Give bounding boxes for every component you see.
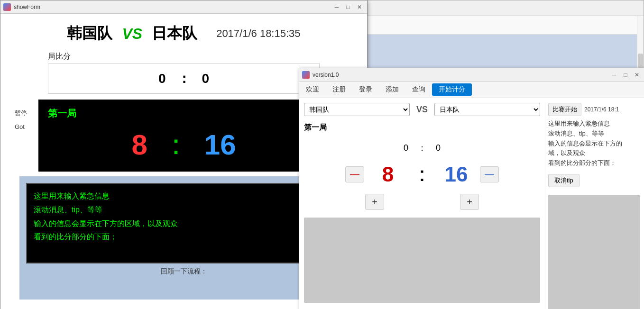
showform-close-btn[interactable]: ✕	[355, 2, 364, 12]
version-icon	[302, 71, 310, 79]
match-datetime: 2017/1/6 18:15:35	[216, 27, 300, 40]
menu-query[interactable]: 查询	[405, 83, 432, 96]
set-score-colon: ：	[418, 142, 426, 154]
right-info-line-2: 滚动消息、tip、等等	[548, 129, 640, 139]
info-line-3: 输入的信息会显示在下方的区域，以及观众	[34, 217, 334, 231]
bottom-text: 回顾一下流程：	[26, 267, 341, 276]
right-gray-area	[548, 195, 640, 309]
left-panel: 韩国队 VS 日本队 第一局 0 ： 0 — 8 ： 16 —	[304, 103, 540, 309]
showform-title-left: showForm	[3, 3, 40, 11]
cancel-tip-btn[interactable]: 取消tip	[548, 174, 580, 187]
showform-maximize-btn[interactable]: □	[343, 2, 353, 12]
score-value-left: 8	[374, 163, 402, 186]
menu-register[interactable]: 注册	[326, 83, 352, 96]
right-panel: 比赛开始 2017/1/6 18:1 这里用来输入紧急信息 滚动消息、tip、等…	[545, 103, 640, 309]
version-close-btn[interactable]: ✕	[632, 70, 642, 80]
team2-select[interactable]: 日本队	[434, 103, 540, 116]
info-box-inner: 这里用来输入紧急信息 滚动消息、tip、等等 输入的信息会显示在下方的区域，以及…	[26, 183, 341, 264]
right-info-line-4: 域，以及观众	[548, 148, 640, 158]
version-title-left: version1.0	[302, 71, 339, 79]
version-maximize-btn[interactable]: □	[621, 70, 630, 80]
team1-name: 韩国队	[67, 23, 112, 44]
match-start-btn[interactable]: 比赛开始	[548, 103, 581, 116]
team-select-row: 韩国队 VS 日本队	[304, 103, 540, 116]
right-info-line-1: 这里用来输入紧急信息	[548, 119, 640, 129]
set-score-left: 0	[404, 143, 408, 153]
vs-badge: VS	[414, 105, 431, 115]
showform-titlebar: showForm ─ □ ✕	[0, 0, 367, 14]
info-line-1: 这里用来输入紧急信息	[34, 190, 334, 203]
set-score-left: 0	[158, 71, 166, 86]
plus-row: + +	[304, 192, 540, 210]
showform-title: showForm	[14, 4, 40, 10]
score-board: 0 ： 0	[48, 64, 320, 94]
pause-left-label: 暂停	[15, 109, 27, 118]
menu-login[interactable]: 登录	[352, 83, 379, 96]
match-header: 韩国队 VS 日本队 2017/1/6 18:15:35	[19, 23, 348, 44]
round-label: 第一局	[304, 120, 540, 136]
showform-minimize-btn[interactable]: ─	[332, 2, 341, 12]
version-minimize-btn[interactable]: ─	[609, 70, 619, 80]
set-score-right: 0	[436, 143, 441, 153]
led-score-colon: ：	[162, 126, 190, 164]
score-value-right: 16	[442, 163, 470, 186]
match-start-time: 2017/1/6 18:1	[584, 106, 619, 113]
set-score-row: 0 ： 0	[304, 139, 540, 156]
score-middle-colon: ：	[412, 160, 432, 188]
score-label: 局比分	[48, 52, 348, 62]
menu-welcome[interactable]: 欢迎	[299, 83, 326, 96]
menu-scoring[interactable]: 开始计分	[432, 83, 472, 96]
got-left-label: Got	[15, 123, 25, 130]
score-plus-right-btn[interactable]: +	[460, 194, 479, 210]
led-score-row: 8 ： 16	[48, 126, 320, 164]
info-line-4: 看到的比分部分的下面；	[34, 230, 334, 244]
team1-select[interactable]: 韩国队	[304, 103, 410, 116]
version-body: 韩国队 VS 日本队 第一局 0 ： 0 — 8 ： 16 —	[299, 98, 644, 309]
team2-name: 日本队	[152, 23, 197, 44]
set-score-colon: ：	[177, 70, 191, 88]
version-title: version1.0	[313, 72, 339, 78]
score-minus-left-btn[interactable]: —	[345, 166, 364, 182]
set-score-right: 0	[202, 71, 210, 86]
match-start-row: 比赛开始 2017/1/6 18:1	[548, 103, 640, 116]
version-window: version1.0 ─ □ ✕ 欢迎 注册 登录 添加 查询 开始计分 韩国队…	[299, 68, 644, 309]
round-label-led: 第一局	[48, 107, 320, 120]
right-info-line-5: 看到的比分部分的下面；	[548, 158, 640, 168]
score-plus-left-btn[interactable]: +	[365, 194, 384, 210]
version-titlebar: version1.0 ─ □ ✕	[299, 68, 644, 82]
info-line-2: 滚动消息、tip、等等	[34, 203, 334, 217]
vs-text: VS	[122, 25, 142, 43]
led-container: 暂停 Got 第一局 8 ： 16 暂停 Got	[38, 100, 329, 172]
led-score-right: 16	[204, 128, 236, 161]
version-menu: 欢迎 注册 登录 添加 查询 开始计分	[299, 82, 644, 98]
showform-icon	[3, 3, 11, 11]
right-info-line-3: 输入的信息会显示在下方的	[548, 139, 640, 149]
score-display-row: — 8 ： 16 —	[304, 160, 540, 188]
info-text: 这里用来输入紧急信息 滚动消息、tip、等等 输入的信息会显示在下方的区域，以及…	[34, 190, 334, 244]
menu-add[interactable]: 添加	[379, 83, 405, 96]
score-minus-right-btn[interactable]: —	[480, 166, 499, 182]
led-score-left: 8	[131, 128, 147, 161]
led-display: 第一局 8 ： 16	[38, 100, 329, 172]
showform-controls: ─ □ ✕	[332, 2, 364, 12]
gray-area	[304, 218, 540, 303]
right-info-text: 这里用来输入紧急信息 滚动消息、tip、等等 输入的信息会显示在下方的 域，以及…	[548, 119, 640, 168]
version-controls: ─ □ ✕	[609, 70, 642, 80]
